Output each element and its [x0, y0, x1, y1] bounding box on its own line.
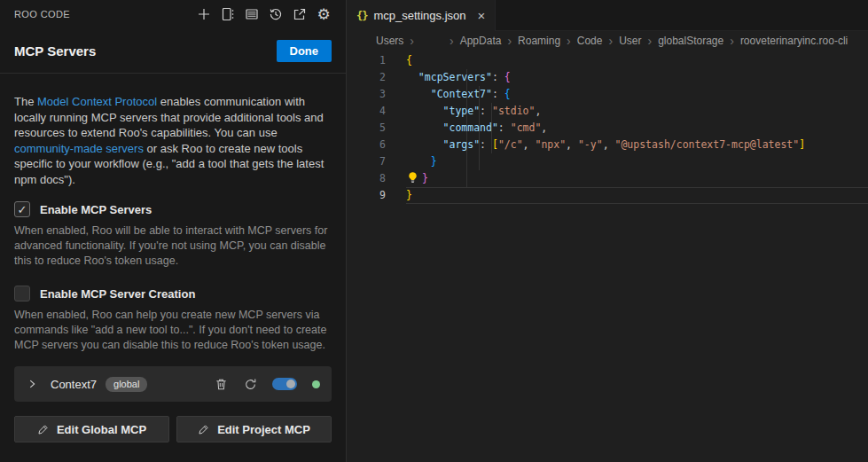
intro-link[interactable]: community-made servers	[14, 142, 144, 155]
vscode-window: ROO CODE ⚙ MCP S	[0, 0, 868, 462]
code-token: "cmd"	[511, 121, 542, 134]
line-number: 4	[347, 103, 386, 120]
server-status-dot	[312, 380, 320, 388]
code-token: "mcpServers"	[418, 71, 492, 83]
intro-paragraph: The Model Context Protocol enables commu…	[14, 94, 332, 187]
line-content: {	[406, 52, 868, 69]
code-token: ,	[541, 121, 547, 134]
enable-mcp-creation-checkbox[interactable]	[14, 286, 30, 301]
line-content: }	[406, 170, 868, 187]
close-icon[interactable]: ×	[478, 9, 486, 22]
code-line[interactable]: 6 "args": ["/c", "npx", "-y", "@upstash/…	[347, 137, 868, 153]
code-token: "-y"	[578, 138, 603, 151]
trash-icon[interactable]	[214, 377, 228, 391]
line-number: 9	[347, 187, 386, 204]
line-number: 7	[347, 153, 386, 170]
tab-strip: {} mcp_settings.json ×	[347, 0, 868, 31]
code-token: }	[422, 172, 428, 184]
server-stack-icon[interactable]	[244, 6, 260, 22]
json-file-icon: {}	[356, 10, 367, 22]
code-token: :	[480, 105, 492, 117]
breadcrumb-item[interactable]: AppData	[460, 35, 502, 47]
refresh-icon[interactable]	[243, 377, 257, 391]
edit-project-mcp-button[interactable]: Edit Project MCP	[176, 416, 332, 442]
enable-mcp-creation-label: Enable MCP Server Creation	[40, 287, 195, 301]
done-button[interactable]: Done	[277, 40, 332, 62]
edit-global-mcp-button[interactable]: Edit Global MCP	[14, 416, 169, 442]
pencil-icon	[37, 424, 49, 435]
enable-mcp-servers-checkbox[interactable]: ✓	[14, 201, 30, 217]
roo-code-panel: ROO CODE ⚙ MCP S	[0, 0, 347, 462]
lightbulb-icon[interactable]	[406, 170, 422, 187]
breadcrumb-item[interactable]: globalStorage	[658, 35, 723, 47]
code-token: :	[492, 71, 504, 83]
code-token: [	[492, 138, 498, 151]
edit-buttons-row: Edit Global MCP Edit Project MCP	[14, 416, 332, 442]
edit-project-mcp-label: Edit Project MCP	[217, 423, 310, 436]
open-external-icon[interactable]	[292, 6, 308, 22]
breadcrumb-separator: ›	[647, 35, 652, 47]
code-token: "Context7"	[431, 88, 492, 100]
line-content: "type": "stdio",	[406, 103, 868, 120]
code-token: "npx"	[535, 138, 566, 151]
code-token	[406, 71, 418, 83]
panel-header: ROO CODE ⚙	[0, 0, 346, 28]
tab-strip-empty	[496, 0, 868, 31]
code-token: {	[406, 54, 412, 67]
code-line[interactable]: 4 "type": "stdio",	[347, 103, 868, 120]
code-token: ,	[603, 138, 615, 151]
code-editor[interactable]: 1{2 "mcpServers": {3 "Context7": {4 "typ…	[347, 51, 868, 462]
code-token: ,	[523, 138, 536, 151]
breadcrumb: Users››AppData›Roaming›Code›User›globalS…	[347, 31, 868, 51]
toggle-knob	[286, 380, 295, 388]
code-line[interactable]: 9}	[347, 187, 868, 204]
gear-icon[interactable]: ⚙	[316, 6, 332, 22]
server-enabled-toggle[interactable]	[272, 378, 297, 390]
code-token: ,	[566, 138, 578, 151]
breadcrumb-item[interactable]: Roaming	[518, 35, 560, 47]
breadcrumb-item[interactable]: User	[619, 35, 641, 47]
panel-title: ROO CODE	[14, 9, 70, 20]
code-token: {	[504, 88, 511, 100]
check-icon: ✓	[18, 204, 27, 215]
code-token	[406, 121, 443, 134]
code-line[interactable]: 5 "command": "cmd",	[347, 120, 868, 137]
header-divider	[0, 73, 346, 74]
breadcrumb-item[interactable]: rooveterinaryinc.roo-cli	[740, 35, 848, 47]
plus-icon[interactable]	[196, 6, 212, 22]
enable-mcp-servers-label: Enable MCP Servers	[40, 203, 152, 216]
code-line[interactable]: 2 "mcpServers": {	[347, 69, 868, 86]
history-icon[interactable]	[268, 6, 284, 22]
code-line[interactable]: 7 }	[347, 153, 868, 170]
code-token: "stdio"	[492, 105, 535, 117]
code-token: :	[498, 121, 511, 134]
breadcrumb-item[interactable]: Code	[577, 35, 603, 47]
line-number: 1	[347, 52, 386, 69]
line-content: "mcpServers": {	[406, 69, 868, 86]
code-line[interactable]: 3 "Context7": {	[347, 86, 868, 103]
line-content: "command": "cmd",	[406, 120, 868, 137]
page-title: MCP Servers	[14, 43, 96, 59]
code-token: "args"	[443, 138, 481, 151]
notebook-icon[interactable]	[220, 6, 236, 22]
server-row-context7[interactable]: Context7 global	[14, 366, 332, 402]
tab-mcp-settings[interactable]: {} mcp_settings.json ×	[347, 0, 496, 31]
code-token	[406, 155, 431, 168]
chevron-right-icon[interactable]	[26, 378, 38, 390]
enable-mcp-creation-row: Enable MCP Server Creation	[14, 286, 332, 301]
line-number: 8	[347, 170, 386, 187]
breadcrumb-separator: ›	[450, 35, 454, 47]
line-content: "Context7": {	[406, 86, 868, 103]
breadcrumb-separator: ›	[608, 35, 613, 47]
intro-text: The	[14, 95, 37, 108]
code-line[interactable]: 8}	[347, 170, 868, 187]
line-number: 2	[347, 69, 386, 86]
code-token: {	[504, 71, 511, 83]
code-token: "/c"	[498, 138, 523, 151]
code-line[interactable]: 1{	[347, 52, 868, 69]
breadcrumb-item[interactable]: Users	[376, 35, 403, 47]
panel-toolbar: ⚙	[196, 6, 332, 22]
intro-link[interactable]: Model Context Protocol	[37, 95, 157, 108]
code-token: "@upstash/context7-mcp@latest"	[615, 138, 800, 151]
line-content: "args": ["/c", "npx", "-y", "@upstash/co…	[406, 137, 868, 153]
